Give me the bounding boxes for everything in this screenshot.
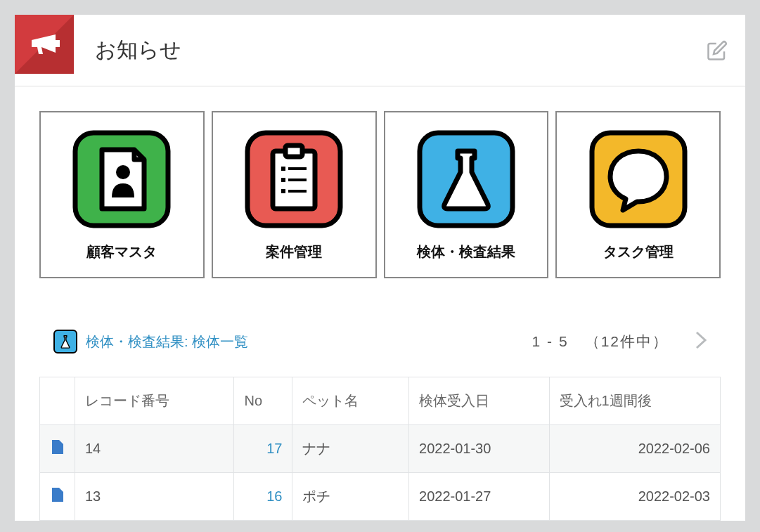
pager: 1 - 5 （12件中）: [532, 324, 714, 359]
cell-week-after: 2022-02-06: [549, 425, 720, 473]
tile-label: 検体・検査結果: [392, 242, 541, 261]
svg-rect-10: [288, 179, 307, 181]
tile-task-management[interactable]: タスク管理: [555, 111, 721, 278]
row-detail-icon[interactable]: [40, 473, 75, 521]
cell-no[interactable]: 17: [234, 425, 292, 473]
page-header: お知らせ: [15, 15, 745, 86]
records-table: レコード番号 No ペット名 検体受入日 受入れ1週間後 14 17 ナナ 20…: [39, 377, 721, 521]
svg-rect-7: [281, 167, 285, 171]
col-received-date: 検体受入日: [409, 377, 550, 425]
table-row[interactable]: 14 17 ナナ 2022-01-30 2022-02-06: [40, 425, 721, 473]
cell-week-after: 2022-02-03: [549, 473, 720, 521]
svg-rect-6: [285, 145, 302, 157]
tile-customer-master[interactable]: 顧客マスタ: [39, 111, 205, 278]
col-no: No: [234, 377, 292, 425]
tile-label: 案件管理: [220, 242, 368, 261]
flask-mini-icon: [53, 330, 77, 353]
cell-pet-name: ポチ: [292, 473, 409, 521]
tile-specimen-results[interactable]: 検体・検査結果: [384, 111, 549, 278]
col-pet-name: ペット名: [292, 377, 409, 425]
pager-text: 1 - 5 （12件中）: [532, 332, 669, 351]
table-header-row: レコード番号 No ペット名 検体受入日 受入れ1週間後: [40, 377, 721, 425]
svg-rect-12: [288, 190, 307, 193]
clipboard-icon: [245, 130, 343, 228]
row-detail-icon[interactable]: [40, 425, 75, 473]
speech-bubble-icon: [589, 130, 688, 228]
cell-pet-name: ナナ: [292, 425, 409, 473]
cell-no[interactable]: 16: [234, 473, 292, 521]
svg-rect-9: [281, 178, 285, 182]
document-person-icon: [72, 130, 171, 228]
list-title-link[interactable]: 検体・検査結果: 検体一覧: [86, 332, 248, 351]
tile-label: 顧客マスタ: [48, 242, 196, 261]
flask-icon: [417, 130, 515, 228]
content-area: 顧客マスタ 案件管理: [15, 86, 745, 521]
list-title-wrap: 検体・検査結果: 検体一覧: [53, 330, 248, 353]
cell-record-no: 13: [75, 473, 234, 521]
page-title: お知らせ: [95, 36, 181, 65]
pager-next-button[interactable]: [688, 324, 714, 359]
col-week-after: 受入れ1週間後: [549, 377, 720, 425]
cell-received-date: 2022-01-27: [409, 473, 550, 521]
compose-button[interactable]: [703, 37, 731, 65]
svg-rect-11: [281, 189, 285, 193]
cell-record-no: 14: [75, 425, 234, 473]
col-icon: [40, 377, 75, 425]
tile-case-management[interactable]: 案件管理: [212, 111, 377, 278]
col-record-no: レコード番号: [75, 377, 234, 425]
nav-tiles: 顧客マスタ 案件管理: [39, 111, 721, 278]
list-header: 検体・検査結果: 検体一覧 1 - 5 （12件中）: [39, 324, 721, 377]
svg-point-3: [116, 165, 130, 179]
svg-rect-1: [56, 40, 60, 47]
tile-label: タスク管理: [564, 242, 712, 261]
svg-rect-8: [288, 167, 307, 170]
megaphone-icon: [15, 15, 74, 74]
cell-received-date: 2022-01-30: [409, 425, 550, 473]
table-row[interactable]: 13 16 ポチ 2022-01-27 2022-02-03: [40, 473, 721, 521]
